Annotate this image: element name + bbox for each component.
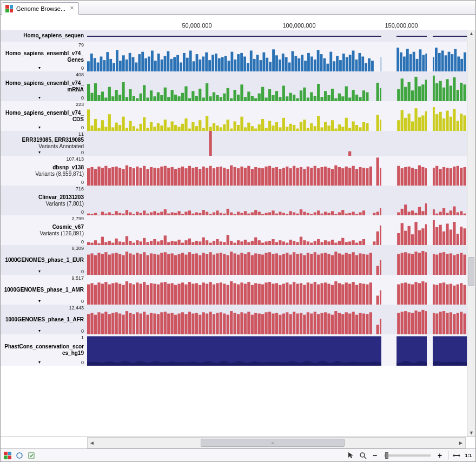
scroll-left-icon[interactable]: ◄ xyxy=(88,440,96,446)
close-icon[interactable]: × xyxy=(69,5,75,12)
expand-icon[interactable]: ▾ xyxy=(38,360,41,365)
track-label[interactable]: Cosmic_v67Variants (126,891)2,7990 xyxy=(1,215,87,245)
svg-rect-794 xyxy=(195,283,198,305)
expand-icon[interactable]: ▾ xyxy=(38,269,41,274)
svg-rect-83 xyxy=(352,51,355,72)
track-canvas[interactable] xyxy=(87,215,467,245)
track-label[interactable]: Homo_sapiens_sequen▾ xyxy=(1,30,87,42)
expand-icon[interactable]: ▾ xyxy=(38,299,41,303)
zoom-slider[interactable] xyxy=(384,454,431,457)
scroll-down-icon[interactable]: ▼ xyxy=(467,429,475,437)
expand-icon[interactable]: ▾ xyxy=(38,65,41,70)
svg-rect-953 xyxy=(376,325,379,334)
app-icon[interactable] xyxy=(3,451,12,460)
track-canvas[interactable] xyxy=(87,42,467,71)
svg-rect-774 xyxy=(125,281,128,305)
svg-rect-395 xyxy=(303,169,306,186)
track-label[interactable]: 1000GENOMES_phase_1_EUR8,3090▾ xyxy=(1,245,87,275)
scroll-up-icon[interactable]: ▲ xyxy=(467,30,475,37)
svg-rect-974 xyxy=(449,312,452,334)
vertical-scroll-thumb[interactable] xyxy=(468,257,474,286)
zoom-out-button[interactable]: − xyxy=(370,451,380,460)
svg-rect-541 xyxy=(442,208,445,215)
svg-rect-970 xyxy=(435,314,438,335)
track-seq[interactable]: Homo_sapiens_sequen▾ xyxy=(1,30,467,42)
svg-rect-254 xyxy=(191,122,194,131)
svg-rect-792 xyxy=(188,282,191,305)
svg-rect-564 xyxy=(143,238,146,245)
expand-icon[interactable]: ▾ xyxy=(38,150,41,155)
track-phast[interactable]: PhastCons_conservation_scores_hg1910▾ xyxy=(1,334,467,366)
horizontal-scroll-thumb[interactable]: ≡ xyxy=(201,439,344,447)
track-afr[interactable]: 1000GENOMES_phase_1_AFR12,4430▾ xyxy=(1,305,467,334)
svg-rect-900 xyxy=(188,312,191,334)
svg-rect-486 xyxy=(244,211,247,215)
track-canvas[interactable] xyxy=(87,131,467,156)
expand-icon[interactable]: ▾ xyxy=(38,125,41,130)
svg-rect-260 xyxy=(213,123,215,131)
svg-rect-437 xyxy=(453,167,455,186)
track-clinvar[interactable]: Clinvar_20131203Variants (7,801)7160 xyxy=(1,186,467,215)
scale-max: 107,413 xyxy=(66,156,84,162)
track-eur[interactable]: 1000GENOMES_phase_1_EUR8,3090▾ xyxy=(1,245,467,275)
track-label[interactable]: Clinvar_20131203Variants (7,801)7160 xyxy=(1,186,87,215)
track-genes[interactable]: Homo_sapiens_ensembl_v74_Genes790▾ xyxy=(1,42,467,71)
svg-rect-626 xyxy=(359,241,361,245)
track-dbsnp[interactable]: dbsnp_v138Variants (8,659,871)107,4130 xyxy=(1,156,467,186)
track-canvas[interactable] xyxy=(87,245,467,275)
zoom-icon[interactable] xyxy=(358,451,368,460)
track-canvas[interactable] xyxy=(87,30,467,42)
svg-rect-908 xyxy=(216,313,219,334)
track-canvas[interactable] xyxy=(87,334,467,366)
track-label[interactable]: Homo_sapiens_ensembl_v74_CDS2230▾ xyxy=(1,101,87,131)
checklist-icon[interactable] xyxy=(27,451,36,460)
track-amr[interactable]: 1000GENOMES_phase_1_AMR9,5170▾ xyxy=(1,275,467,305)
track-canvas[interactable] xyxy=(87,186,467,215)
zoom-slider-knob[interactable] xyxy=(385,452,388,459)
track-canvas[interactable] xyxy=(87,71,467,101)
svg-rect-779 xyxy=(143,282,146,305)
svg-rect-433 xyxy=(439,169,441,186)
svg-rect-184 xyxy=(321,97,323,101)
svg-rect-114 xyxy=(457,57,460,72)
track-cds[interactable]: Homo_sapiens_ensembl_v74_CDS2230▾ xyxy=(1,101,467,131)
expand-icon[interactable]: ▾ xyxy=(38,95,41,100)
track-err[interactable]: ERR319085, ERR319085Variants Annotated11… xyxy=(1,131,467,156)
track-canvas[interactable] xyxy=(87,275,467,305)
track-canvas[interactable] xyxy=(87,156,467,186)
svg-rect-182 xyxy=(314,96,316,101)
svg-rect-722 xyxy=(321,253,323,275)
track-label[interactable]: Homo_sapiens_ensembl_v74_mRNA4080▾ xyxy=(1,71,87,101)
track-canvas[interactable] xyxy=(87,305,467,334)
track-label[interactable]: 1000GENOMES_phase_1_AMR9,5170▾ xyxy=(1,275,87,305)
scroll-right-icon[interactable]: ► xyxy=(457,440,465,446)
zoom-in-button[interactable]: + xyxy=(435,451,445,460)
svg-rect-266 xyxy=(233,121,236,131)
one-to-one-icon[interactable]: 1:1 xyxy=(464,451,473,460)
svg-rect-300 xyxy=(352,121,354,131)
pointer-icon[interactable] xyxy=(346,451,356,460)
svg-rect-620 xyxy=(338,241,341,245)
track-label[interactable]: PhastCons_conservation_scores_hg1910▾ xyxy=(1,334,87,366)
track-label[interactable]: ERR319085, ERR319085Variants Annotated11… xyxy=(1,131,87,156)
svg-rect-413 xyxy=(366,168,368,186)
svg-rect-45 xyxy=(230,52,233,71)
track-label[interactable]: Homo_sapiens_ensembl_v74_Genes790▾ xyxy=(1,42,87,71)
track-canvas[interactable] xyxy=(87,101,467,131)
coordinate-ruler[interactable]: 50,000,000100,000,000150,000,000 xyxy=(87,15,466,30)
track-label[interactable]: dbsnp_v138Variants (8,659,871)107,4130 xyxy=(1,156,87,186)
track-cosmic[interactable]: Cosmic_v67Variants (126,891)2,7990 xyxy=(1,215,467,245)
horizontal-scrollbar[interactable]: ◄ ≡ ► xyxy=(87,437,466,448)
snapshot-icon[interactable] xyxy=(15,451,24,460)
expand-icon[interactable]: ▾ xyxy=(38,36,41,41)
tab-genome-browser[interactable]: Genome Browse... × xyxy=(2,2,79,15)
svg-rect-311 xyxy=(397,120,400,131)
track-mrna[interactable]: Homo_sapiens_ensembl_v74_mRNA4080▾ xyxy=(1,71,467,101)
expand-icon[interactable]: ▾ xyxy=(38,328,41,333)
track-label[interactable]: 1000GENOMES_phase_1_AFR12,4430▾ xyxy=(1,305,87,334)
svg-rect-694 xyxy=(223,254,226,275)
svg-rect-489 xyxy=(254,210,257,215)
vertical-scrollbar[interactable]: ▲ ▼ xyxy=(467,30,475,437)
fit-width-icon[interactable] xyxy=(452,451,461,460)
svg-rect-204 xyxy=(397,89,400,101)
